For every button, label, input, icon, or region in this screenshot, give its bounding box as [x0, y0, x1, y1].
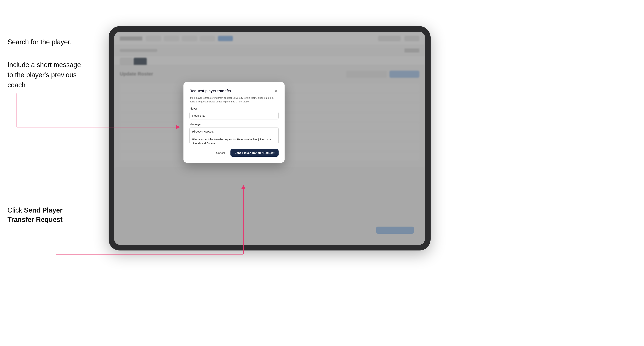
- modal-close-button[interactable]: ✕: [273, 88, 278, 93]
- modal-header: Request player transfer ✕: [190, 88, 278, 93]
- modal-title: Request player transfer: [190, 89, 231, 93]
- message-textarea[interactable]: Hi Coach McHarg, Please accept this tran…: [190, 127, 278, 144]
- message-label: Message: [190, 123, 278, 126]
- send-transfer-button[interactable]: Send Player Transfer Request: [230, 149, 278, 157]
- request-transfer-modal: Request player transfer ✕ If the player …: [184, 82, 284, 163]
- player-label: Player: [190, 107, 278, 110]
- modal-overlay: Request player transfer ✕ If the player …: [114, 32, 425, 245]
- cancel-button[interactable]: Cancel: [213, 149, 228, 156]
- annotation-step2: Include a short messageto the player's p…: [8, 60, 86, 90]
- modal-footer: Cancel Send Player Transfer Request: [190, 149, 278, 157]
- annotation-step3: Click Send PlayerTransfer Request: [8, 206, 71, 224]
- tablet-frame: Update Roster: [108, 26, 430, 250]
- annotation-step1: Search for the player.: [8, 37, 72, 47]
- player-input[interactable]: [190, 112, 278, 119]
- modal-description: If the player is transferring from anoth…: [190, 96, 278, 103]
- tablet-screen: Update Roster: [114, 32, 425, 245]
